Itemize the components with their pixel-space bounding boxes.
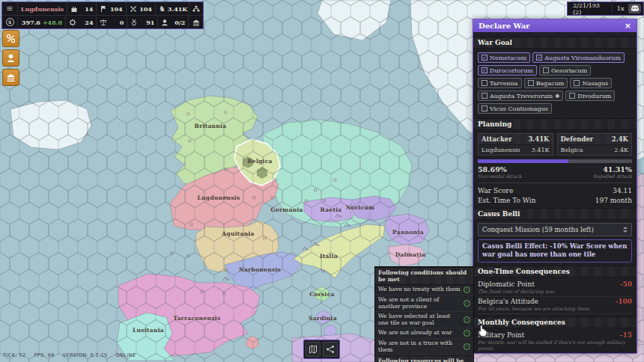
defender-name: Belgica	[561, 147, 583, 153]
gear-coin-icon	[69, 19, 76, 26]
share-button[interactable]	[323, 342, 338, 357]
checkbox-icon	[574, 80, 580, 86]
swords-icon	[130, 5, 137, 13]
tile-label: Nasagus	[582, 80, 608, 87]
menu-button[interactable]: ≡	[2, 2, 17, 15]
attacker-name: Lugdunensis	[482, 147, 520, 153]
map-region-label: Pannonia	[392, 229, 424, 236]
attack-percent-label: Successful Attack	[478, 174, 521, 180]
legitimacy-stat: 91	[127, 16, 157, 28]
monthly-rows: Military Point-15Per month, war will be …	[478, 331, 632, 354]
tile-label: Augusta Viromanduorum	[544, 55, 621, 61]
consequence-value: -50	[620, 280, 632, 289]
character-button[interactable]	[2, 49, 19, 67]
discord-button[interactable]	[628, 4, 641, 13]
condition-row: We have no treaty with them✓	[375, 285, 473, 295]
checkbox-icon	[482, 93, 487, 99]
war-goal-tile[interactable]: Gesoriacum	[539, 65, 591, 76]
hierarchy-button[interactable]	[189, 2, 203, 15]
close-icon[interactable]: ×	[625, 21, 631, 31]
city-icon	[6, 73, 16, 82]
war-goal-tile[interactable]: ✓Durocortorum	[478, 65, 537, 76]
game-speed[interactable]: 1x	[617, 5, 625, 12]
map-region-label: Raetia	[320, 206, 341, 213]
repel-percent: 41.31%	[593, 165, 632, 174]
one-time-header: One-Time Consequences	[473, 266, 637, 277]
tile-label: Augusta Treverorum	[490, 93, 553, 99]
condition-text: We are not already at war	[378, 330, 452, 337]
casus-belli-effect: Casus Belli Effect: -10% War Score when …	[478, 239, 632, 263]
left-sidebar	[2, 30, 19, 86]
game-date: 2/21/193 (2)	[573, 2, 607, 16]
consequence-desc: For 50 years, because we are attacking t…	[478, 306, 632, 312]
medal-icon	[130, 19, 138, 26]
war-goal-tile[interactable]: Bagacum	[524, 78, 568, 88]
map-region-label: Lugdunensis	[198, 194, 240, 201]
buildings-stat: 14	[67, 2, 96, 15]
city-button[interactable]	[2, 69, 19, 86]
capital-icon: ◉	[555, 93, 559, 99]
war-goal-tile[interactable]: ✓Nemetacum	[478, 52, 530, 63]
share-icon	[326, 345, 335, 354]
banner-icon	[100, 5, 107, 13]
war-goal-tile[interactable]: Nasagus	[570, 78, 612, 88]
resources-header: Following resources will be spent	[375, 355, 473, 362]
map-region-label: Narbonensis	[239, 266, 281, 273]
tile-label: Tarvenna	[490, 80, 518, 87]
cavalry-stat: 3.41K	[155, 2, 189, 15]
version-label: VERSION: 0.1.15	[63, 352, 108, 358]
check-icon: ✓	[464, 316, 470, 323]
gold-stat: 397.6 +48.8	[17, 16, 65, 28]
attack-percent: 58.69%	[478, 165, 521, 174]
military-stat: 104	[126, 2, 155, 15]
head-icon	[161, 19, 168, 26]
condition-rows: We have no treaty with them✓We are not a…	[375, 285, 473, 355]
checkbox-icon: ✓	[536, 55, 542, 61]
coin-icon	[6, 18, 14, 26]
war-goal-tile[interactable]: ✓Augusta Viromanduorum	[532, 52, 625, 63]
war-goal-tile[interactable]: Tarvenna	[478, 78, 522, 88]
tile-label: Nemetacum	[490, 55, 526, 61]
horse-icon	[159, 5, 165, 13]
monthly-header: Monthly Consequences	[473, 316, 637, 328]
condition-row: We have selected at least one tile as wa…	[375, 312, 473, 328]
repel-percent-label: Repelled Attack	[593, 174, 632, 180]
castle-icon	[70, 5, 78, 13]
checkbox-icon: ✓	[482, 67, 487, 73]
scales-icon	[100, 19, 107, 26]
defender-value: 2.4K	[614, 147, 628, 153]
condition-row: We are not a client of another province✓	[375, 295, 473, 312]
status-bar: TICK: 52 FPS: 99 VERSION: 0.1.15 ONLINE	[3, 352, 136, 358]
est-time-value: 197 month	[595, 196, 632, 206]
mapmode-button[interactable]	[306, 342, 321, 357]
trade-button[interactable]	[2, 30, 19, 47]
manpower-stat: 104	[96, 2, 125, 15]
war-goal-tile[interactable]: Augusta Treverorum◉	[478, 90, 563, 101]
condition-text: We have no treaty with them	[378, 286, 461, 293]
war-goal-tiles: ✓Nemetacum✓Augusta Viromanduorum✓Durocor…	[478, 51, 632, 116]
trade-icon	[6, 34, 16, 43]
map-region-label: Britannia	[195, 123, 227, 129]
dialog-title: Declare War	[479, 22, 530, 30]
war-goal-tile[interactable]: Vicus Contiomagus	[478, 103, 552, 114]
map-region-label: Belgica	[247, 158, 273, 165]
casus-belli-dropdown[interactable]: Conquest Mission (59 months left)	[478, 223, 632, 236]
fps-counter: FPS: 99	[34, 352, 54, 358]
dropdown-arrows-icon	[623, 227, 628, 233]
map-region-label: Corsica	[309, 291, 335, 298]
war-goal-tile[interactable]: Divodurum	[565, 90, 615, 101]
dialog-titlebar: Declare War ×	[473, 19, 637, 32]
checkbox-icon: ✓	[482, 55, 487, 61]
temple-button[interactable]	[188, 16, 203, 28]
condition-text: We have selected at least one tile as wa…	[378, 313, 461, 326]
consequence-value: -100	[615, 298, 632, 306]
war-goal-header: War Goal	[473, 37, 637, 49]
checkbox-icon	[569, 93, 575, 99]
planning-header: Planning	[473, 118, 637, 130]
defender-box: Defender2.4K Belgica2.4K	[557, 133, 633, 156]
map-icon	[309, 345, 318, 354]
war-score-label: War Score	[478, 186, 513, 196]
map-region-label: Noricum	[346, 204, 375, 211]
attacker-box: Attacker3.41K Lugdunensis3.41K	[478, 133, 553, 156]
province-name[interactable]: Lugdunensis	[17, 2, 67, 15]
